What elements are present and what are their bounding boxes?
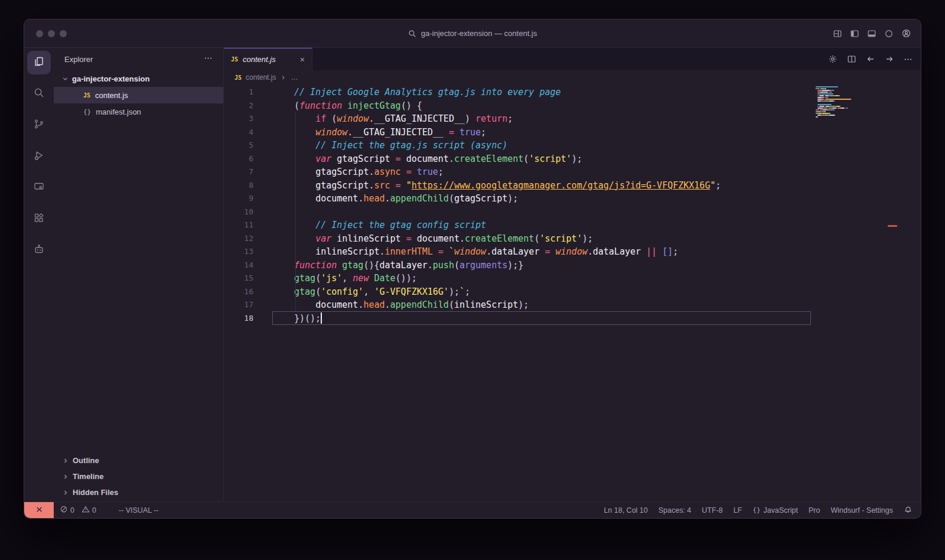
line-number[interactable]: 15: [224, 272, 253, 285]
account-icon[interactable]: [901, 28, 911, 38]
code-token: .: [460, 233, 465, 244]
line-number[interactable]: 9: [224, 192, 253, 206]
line-number[interactable]: 12: [224, 232, 253, 246]
file-item-content-js[interactable]: JS content.js: [54, 87, 223, 103]
code-token: dataLayer: [593, 246, 641, 257]
folder-root[interactable]: ga-injector-extension: [54, 70, 223, 87]
code-line[interactable]: 9 document.head.appendChild(gtagScript);: [224, 192, 921, 206]
line-number[interactable]: 10: [224, 206, 253, 219]
activity-extensions-button[interactable]: [27, 207, 51, 231]
code-line[interactable]: 4 window.__GTAG_INJECTED__ = true;: [224, 126, 921, 139]
line-number[interactable]: 1: [224, 86, 253, 99]
circle-icon[interactable]: [884, 29, 894, 38]
more-actions-icon[interactable]: [904, 55, 913, 64]
line-number[interactable]: 13: [224, 245, 253, 259]
activity-source-control-button[interactable]: [27, 113, 51, 137]
app-settings[interactable]: Windsurf - Settings: [830, 506, 893, 515]
activity-remote-button[interactable]: [27, 176, 51, 200]
panel-left-icon[interactable]: [850, 29, 859, 38]
code-token: [294, 113, 315, 124]
minimap-line: [816, 88, 887, 89]
more-actions-icon[interactable]: [204, 54, 213, 64]
code-line[interactable]: 12 var inlineScript = document.createEle…: [224, 232, 921, 246]
activity-cascade-button[interactable]: [27, 239, 51, 262]
section-label: Timeline: [73, 472, 104, 481]
code-line[interactable]: 5 // Inject the gtag.js script (async): [224, 139, 921, 152]
line-number[interactable]: 18: [224, 312, 253, 325]
code-line[interactable]: 7 gtagScript.async = true;: [224, 165, 921, 179]
overview-ruler-mark: [888, 225, 897, 227]
line-number[interactable]: 3: [224, 112, 253, 126]
activity-debug-button[interactable]: [27, 145, 51, 168]
code-line[interactable]: 18})();: [224, 312, 921, 325]
code-token: document: [417, 233, 460, 244]
activity-explorer-button[interactable]: [27, 51, 51, 74]
code-line[interactable]: 13 inlineScript.innerHTML = `window.data…: [224, 245, 921, 259]
navigate-forward-icon[interactable]: [885, 54, 894, 64]
zoom-button[interactable]: [60, 30, 67, 37]
code-token: [294, 167, 315, 177]
line-number[interactable]: 14: [224, 259, 253, 272]
panel-bottom-icon[interactable]: [867, 29, 876, 38]
navigate-back-icon[interactable]: [866, 54, 875, 64]
code-token: [412, 167, 417, 177]
indentation-setting[interactable]: Spaces: 4: [659, 506, 692, 515]
language-mode[interactable]: {} JavaScript: [752, 506, 798, 515]
activity-search-button[interactable]: [27, 82, 51, 106]
remote-explorer-icon: [33, 181, 45, 195]
minimap-line: [816, 95, 887, 96]
code-line[interactable]: 8 gtagScript.src = "https://www.googleta…: [224, 179, 921, 193]
line-number[interactable]: 11: [224, 219, 253, 232]
code-line[interactable]: 6 var gtagScript = document.createElemen…: [224, 152, 921, 166]
json-file-icon: {}: [83, 108, 91, 116]
plan-badge[interactable]: Pro: [809, 506, 820, 515]
close-tab-icon[interactable]: ×: [300, 56, 305, 64]
code-line[interactable]: 14function gtag(){dataLayer.push(argumen…: [224, 259, 921, 272]
close-button[interactable]: [36, 30, 43, 37]
sidebar-section-outline[interactable]: Outline: [54, 452, 223, 468]
code-line[interactable]: 16gtag('config', 'G-VFQFZKX16G');`;: [224, 285, 921, 299]
section-label: Hidden Files: [73, 488, 118, 497]
cursor-position[interactable]: Ln 18, Col 10: [604, 506, 647, 515]
code-token: if: [315, 113, 326, 124]
breadcrumb-symbol[interactable]: …: [291, 73, 298, 82]
line-number[interactable]: 16: [224, 285, 253, 299]
code-line[interactable]: 17 document.head.appendChild(inlineScrip…: [224, 298, 921, 312]
code-line[interactable]: 15gtag('js', new Date());: [224, 272, 921, 285]
code-token: createElement: [454, 154, 523, 164]
line-number[interactable]: 8: [224, 179, 253, 193]
split-editor-icon[interactable]: [847, 54, 856, 64]
breadcrumb-file[interactable]: content.js: [246, 73, 276, 82]
code-line[interactable]: 10: [224, 206, 921, 219]
code-token: [444, 246, 449, 257]
titlebar-actions: [833, 28, 911, 38]
line-number[interactable]: 5: [224, 139, 253, 152]
code-token: __GTAG_INJECTED__: [374, 113, 465, 124]
line-number[interactable]: 4: [224, 126, 253, 139]
sidebar-section-hidden-files[interactable]: Hidden Files: [54, 484, 223, 500]
code-token: gtagScript: [337, 154, 390, 164]
file-item-manifest-json[interactable]: {} manifest.json: [54, 103, 223, 120]
line-number[interactable]: 7: [224, 165, 253, 179]
code-token: createElement: [465, 233, 534, 244]
bell-icon[interactable]: [904, 506, 913, 515]
tab-content-js[interactable]: JS content.js ×: [224, 48, 312, 70]
encoding-setting[interactable]: UTF-8: [702, 506, 722, 515]
layout-icon[interactable]: [833, 29, 842, 38]
errors-badge[interactable]: 0: [60, 505, 74, 515]
remote-indicator[interactable]: [24, 502, 54, 519]
code-token: gtag: [294, 273, 315, 284]
file-name: content.js: [95, 91, 128, 100]
minimize-button[interactable]: [48, 30, 55, 37]
command-center[interactable]: ga-injector-extension — content.js: [408, 29, 537, 38]
sidebar-section-timeline[interactable]: Timeline: [54, 468, 223, 484]
minimap[interactable]: [816, 86, 887, 118]
code-editor[interactable]: 1// Inject Google Analytics gtag.js into…: [224, 84, 921, 502]
line-number[interactable]: 17: [224, 298, 253, 312]
eol-setting[interactable]: LF: [734, 506, 742, 515]
warnings-badge[interactable]: 0: [82, 505, 96, 515]
line-number[interactable]: 2: [224, 99, 253, 113]
code-line[interactable]: 11 // Inject the gtag config script: [224, 219, 921, 232]
line-number[interactable]: 6: [224, 152, 253, 166]
gear-icon[interactable]: [828, 54, 838, 64]
